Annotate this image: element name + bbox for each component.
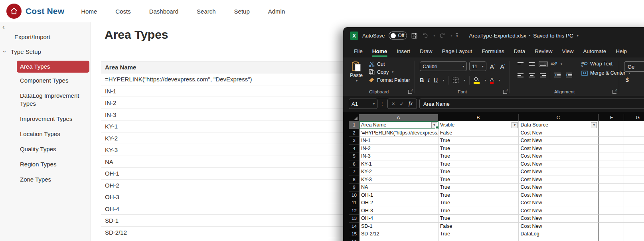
cancel-entry-icon[interactable]: ×: [392, 101, 395, 107]
nav-item[interactable]: Setup: [234, 8, 250, 15]
formula-input[interactable]: Area Name: [419, 99, 644, 109]
cell-area-name[interactable]: OH-3: [360, 207, 439, 215]
cell-g[interactable]: [624, 230, 644, 238]
saved-status[interactable]: Saved to this PC: [533, 33, 573, 39]
cell-data-source[interactable]: Cost New: [519, 192, 598, 200]
ribbon-tab[interactable]: Formulas: [477, 46, 508, 57]
cell-area-name[interactable]: IN-3: [360, 152, 439, 160]
cell-data-source[interactable]: Cost New: [519, 160, 598, 168]
row-number[interactable]: 9: [349, 184, 360, 192]
italic-button[interactable]: I: [428, 77, 430, 83]
font-color-button[interactable]: A: [490, 77, 494, 84]
cell-data-source[interactable]: [519, 238, 598, 241]
cell-data-source[interactable]: Cost New: [519, 176, 598, 184]
cell-f[interactable]: [598, 176, 624, 184]
sidebar-collapse-icon[interactable]: ‹: [2, 23, 5, 31]
ribbon-tab[interactable]: Home: [368, 46, 392, 57]
cell-g[interactable]: [624, 238, 644, 241]
borders-dropdown-icon[interactable]: ▾: [464, 79, 465, 82]
align-bottom-button[interactable]: [539, 61, 548, 67]
cell-visible[interactable]: True: [439, 215, 519, 223]
sidebar-item[interactable]: Quality Types: [0, 142, 91, 156]
cell-visible[interactable]: True: [439, 192, 519, 200]
row-number[interactable]: 4: [349, 145, 360, 153]
row-number[interactable]: 2: [349, 129, 360, 137]
nav-item[interactable]: Dashboard: [149, 8, 178, 15]
nav-item[interactable]: Admin: [268, 8, 285, 15]
cell-data-source[interactable]: Cost New: [519, 152, 598, 160]
saved-status-dropdown-icon[interactable]: ▾: [577, 34, 579, 38]
cell-area-name[interactable]: KY-2: [360, 168, 439, 176]
cell-c1[interactable]: Data Source: [519, 121, 598, 129]
cell-f[interactable]: [598, 192, 624, 200]
insert-function-icon[interactable]: fx: [409, 101, 413, 107]
ribbon-tab[interactable]: Data: [510, 46, 530, 57]
row-number[interactable]: 7: [349, 168, 360, 176]
column-header[interactable]: F: [598, 114, 624, 121]
cell-area-name[interactable]: KY-1: [360, 160, 439, 168]
copy-dropdown-icon[interactable]: ▾: [392, 70, 393, 74]
cell-f[interactable]: [598, 160, 624, 168]
cell-g[interactable]: [624, 176, 644, 184]
cell-visible[interactable]: True: [439, 137, 519, 145]
cell-data-source[interactable]: Cost New: [519, 129, 598, 137]
font-color-dropdown-icon[interactable]: ▾: [498, 79, 500, 82]
cell-f[interactable]: [598, 230, 624, 238]
sidebar-item[interactable]: DataLog Improvement Types: [0, 89, 91, 111]
autosave-toggle[interactable]: Off: [389, 32, 407, 40]
redo-dropdown-icon[interactable]: ▾: [450, 34, 452, 38]
sidebar-item[interactable]: Component Types: [0, 73, 91, 88]
ribbon-tab[interactable]: Help: [611, 46, 631, 57]
ribbon-tab[interactable]: Page Layout: [438, 46, 477, 57]
cell-visible[interactable]: False: [439, 129, 519, 137]
align-top-button[interactable]: [516, 61, 525, 67]
underline-button[interactable]: U: [434, 77, 438, 83]
column-header[interactable]: C: [519, 114, 598, 121]
cell-visible[interactable]: True: [439, 230, 519, 238]
ribbon-tab[interactable]: File: [350, 46, 367, 57]
cell-g[interactable]: [624, 207, 644, 215]
row-number[interactable]: 16: [349, 238, 360, 241]
nav-item[interactable]: Home: [81, 8, 97, 15]
orientation-dropdown-icon[interactable]: ▾: [561, 62, 562, 66]
cell-visible[interactable]: True: [439, 207, 519, 215]
cell-area-name[interactable]: SD-2/12: [360, 230, 439, 238]
ribbon-tab[interactable]: Automate: [579, 46, 610, 57]
clipboard-dialog-launcher-icon[interactable]: [408, 90, 412, 94]
cell-f[interactable]: [598, 223, 624, 231]
borders-button[interactable]: [452, 77, 459, 84]
sidebar-group-type-setup[interactable]: › Type Setup: [0, 44, 91, 59]
cell-f[interactable]: [598, 215, 624, 223]
increase-indent-button[interactable]: [565, 72, 573, 79]
cell-data-source[interactable]: Cost New: [519, 184, 598, 192]
cell-area-name[interactable]: KY-3: [360, 176, 439, 184]
cell-data-source[interactable]: Cost New: [519, 168, 598, 176]
column-header[interactable]: B: [438, 114, 519, 121]
format-painter-button[interactable]: Format Painter: [369, 77, 410, 83]
cell-visible[interactable]: False: [439, 223, 519, 231]
cell-f[interactable]: [598, 129, 624, 137]
cell-area-name[interactable]: OH-4: [360, 215, 439, 223]
filter-dropdown-icon[interactable]: [431, 122, 437, 128]
filter-dropdown-icon[interactable]: [591, 122, 597, 128]
copy-button[interactable]: Copy ▾: [369, 69, 410, 75]
cell-g[interactable]: [624, 152, 644, 160]
cell-b1[interactable]: Visible: [439, 121, 519, 129]
cut-button[interactable]: Cut: [369, 61, 410, 67]
sidebar-item[interactable]: Region Types: [0, 157, 91, 172]
sidebar-item-export-import[interactable]: Export/Import: [0, 28, 91, 44]
cell-area-name[interactable]: SD-1: [360, 223, 439, 231]
cell-area-name[interactable]: [360, 238, 439, 241]
sidebar-item[interactable]: Location Types: [0, 127, 91, 141]
cell-visible[interactable]: True: [439, 152, 519, 160]
save-button[interactable]: [411, 32, 418, 39]
cell-g[interactable]: [624, 137, 644, 145]
cell-f[interactable]: [598, 168, 624, 176]
quick-access-toolbar-icon[interactable]: ▾: [456, 34, 458, 38]
paste-dropdown-icon[interactable]: ▾: [356, 79, 358, 83]
cell-g[interactable]: [624, 145, 644, 153]
undo-button[interactable]: [422, 33, 429, 39]
brand[interactable]: Cost New: [0, 4, 64, 19]
filter-dropdown-icon[interactable]: [512, 122, 518, 128]
font-name-combobox[interactable]: Calibri ▾: [420, 61, 467, 71]
